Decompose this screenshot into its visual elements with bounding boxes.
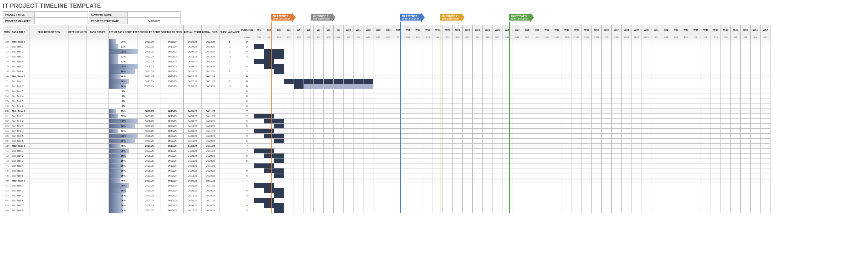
dependencies-cell[interactable] [68,203,87,208]
sched-start-cell[interactable]: 04/13/25 [138,54,161,59]
task-owner-cell[interactable] [87,163,109,168]
pct-complete-cell[interactable]: 50% [109,193,138,198]
duration-cell[interactable]: 7 [240,178,254,183]
finish-variance-cell[interactable] [219,134,240,139]
actual-finish-cell[interactable]: 04/20/25 [201,154,219,158]
pct-complete-cell[interactable]: 90% [109,69,138,74]
sched-start-cell[interactable]: 04/08/25 [138,154,161,158]
sched-finish-cell[interactable]: 06/21/25 [161,84,184,89]
dependencies-cell[interactable] [68,173,87,178]
task-title-cell[interactable]: Sub Task 3 [11,193,29,198]
pct-complete-cell[interactable]: 60% [109,84,138,89]
finish-variance-cell[interactable]: 0 [219,59,240,64]
task-owner-cell[interactable] [87,193,109,198]
task-title-cell[interactable]: Sub Task 3 [11,54,29,59]
actual-start-cell[interactable] [184,89,202,94]
actual-start-cell[interactable]: 04/13/25 [184,193,202,198]
task-title-cell[interactable]: Sub Task 5 [11,168,29,173]
dependencies-cell[interactable] [68,79,87,84]
sched-start-cell[interactable]: 04/21/25 [138,74,161,79]
actual-finish-cell[interactable]: 04/20/25 [201,168,219,173]
task-owner-cell[interactable] [87,144,109,149]
actual-start-cell[interactable]: 04/08/25 [184,134,202,139]
wbs-cell[interactable]: 4.3 [3,158,11,163]
sched-finish-cell[interactable]: 04/11/25 [161,129,184,134]
actual-start-cell[interactable]: 04/13/25 [184,139,202,144]
task-title-cell[interactable]: Sub Task 4 [11,59,29,64]
duration-cell[interactable]: 34 [240,84,254,89]
finish-variance-cell[interactable]: -3 [219,84,240,89]
task-desc-cell[interactable] [29,124,68,129]
pct-complete-cell[interactable]: 70% [109,183,138,188]
task-desc-cell[interactable] [29,114,68,119]
dependencies-cell[interactable] [68,168,87,173]
dependencies-cell[interactable] [68,208,87,213]
finish-variance-cell[interactable] [219,173,240,178]
pct-complete-cell[interactable]: 0% [109,104,138,109]
dependencies-cell[interactable] [68,124,87,129]
task-desc-cell[interactable] [29,49,68,54]
task-desc-cell[interactable] [29,208,68,213]
duration-cell[interactable]: 3 [240,69,254,74]
duration-cell[interactable]: 9 [240,134,254,139]
sched-start-cell[interactable]: 04/03/25 [138,198,161,203]
actual-start-cell[interactable]: 04/08/25 [184,168,202,173]
task-title-cell[interactable]: Sub Task 6 [11,69,29,74]
sched-finish-cell[interactable]: 04/11/25 [161,114,184,119]
task-owner-cell[interactable] [87,168,109,173]
sched-start-cell[interactable]: 04/03/25 [138,149,161,154]
wbs-cell[interactable]: 1.6 [3,69,11,74]
actual-start-cell[interactable]: 04/03/25 [184,163,202,168]
actual-start-cell[interactable]: 04/22/25 [184,74,202,79]
wbs-cell[interactable]: 4.2 [3,188,11,193]
dependencies-cell[interactable] [68,183,87,188]
sched-start-cell[interactable]: 04/13/25 [138,173,161,178]
finish-variance-cell[interactable] [219,124,240,129]
pct-complete-cell[interactable]: 40% [109,178,138,183]
task-title-cell[interactable]: Sub Task 2 [11,84,29,89]
task-title-cell[interactable]: Sub Task 6 [11,104,29,109]
task-desc-cell[interactable] [29,69,68,74]
duration-cell[interactable]: 7 [240,114,254,119]
dependencies-cell[interactable] [68,149,87,154]
duration-cell[interactable]: 7 [240,109,254,114]
task-owner-cell[interactable] [87,124,109,129]
sched-finish-cell[interactable]: 04/20/25 [161,168,184,173]
wbs-cell[interactable]: 4.1 [3,149,11,154]
pct-complete-cell[interactable]: 25% [109,109,138,114]
finish-variance-cell[interactable] [219,129,240,134]
pct-complete-cell[interactable]: 50% [109,173,138,178]
task-owner-cell[interactable] [87,198,109,203]
sched-start-cell[interactable] [138,89,161,94]
task-owner-cell[interactable] [87,94,109,99]
task-title-cell[interactable]: Sub Task 4 [11,198,29,203]
pct-complete-cell[interactable]: 0% [109,94,138,99]
sched-finish-cell[interactable]: 04/11/25 [161,44,184,49]
sched-start-cell[interactable]: 04/03/25 [138,39,161,44]
pct-complete-cell[interactable]: 60% [109,154,138,158]
actual-finish-cell[interactable]: 04/11/25 [201,163,219,168]
actual-start-cell[interactable]: 04/03/25 [184,198,202,203]
task-owner-cell[interactable] [87,99,109,104]
finish-variance-cell[interactable]: 1 [219,69,240,74]
actual-start-cell[interactable]: 04/08/25 [184,188,202,193]
wbs-cell[interactable]: 1.4 [3,59,11,64]
pct-complete-cell[interactable]: 90% [109,124,138,129]
finish-variance-cell[interactable] [219,119,240,124]
duration-cell[interactable]: 7 [240,129,254,134]
actual-finish-cell[interactable]: 04/20/25 [201,188,219,193]
sched-start-cell[interactable]: 04/13/25 [138,69,161,74]
sched-start-cell[interactable]: 04/08/25 [138,168,161,173]
task-owner-cell[interactable] [87,69,109,74]
sched-start-cell[interactable]: 04/08/25 [138,64,161,69]
duration-cell[interactable]: 0 [240,99,254,104]
wbs-cell[interactable]: 4.5 [3,168,11,173]
actual-start-cell[interactable]: 04/22/25 [184,79,202,84]
sched-finish-cell[interactable]: 06/17/25 [161,79,184,84]
actual-start-cell[interactable]: 04/18/25 [184,69,202,74]
task-title-cell[interactable]: Sub Task 6 [11,173,29,178]
task-title-cell[interactable]: Sub Task 3 [11,124,29,129]
finish-variance-cell[interactable] [219,163,240,168]
task-title-cell[interactable]: Sub Task 4 [11,163,29,168]
task-title-cell[interactable]: Main Task 1 [11,39,29,44]
